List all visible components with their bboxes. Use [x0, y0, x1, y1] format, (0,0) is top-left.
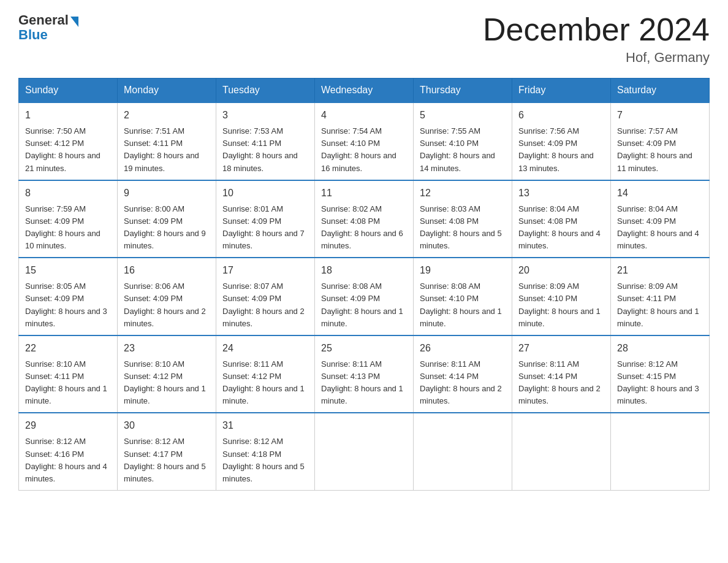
day-info: Sunrise: 8:11 AMSunset: 4:12 PMDaylight:…: [222, 358, 308, 408]
day-number: 31: [222, 418, 308, 433]
calendar-day-cell: [611, 413, 710, 490]
day-info: Sunrise: 7:56 AMSunset: 4:09 PMDaylight:…: [518, 125, 604, 175]
day-number: 2: [124, 108, 210, 123]
calendar-header-thursday: Thursday: [414, 79, 512, 103]
calendar-week-row: 22Sunrise: 8:10 AMSunset: 4:11 PMDayligh…: [19, 335, 710, 413]
location-title: Hof, Germany: [483, 50, 710, 66]
calendar-day-cell: 4Sunrise: 7:54 AMSunset: 4:10 PMDaylight…: [315, 102, 414, 180]
calendar-day-cell: 12Sunrise: 8:03 AMSunset: 4:08 PMDayligh…: [414, 180, 512, 258]
calendar-header-tuesday: Tuesday: [216, 79, 315, 103]
calendar-day-cell: 13Sunrise: 8:04 AMSunset: 4:08 PMDayligh…: [512, 180, 611, 258]
calendar-day-cell: 7Sunrise: 7:57 AMSunset: 4:09 PMDaylight…: [611, 102, 710, 180]
day-info: Sunrise: 7:50 AMSunset: 4:12 PMDaylight:…: [25, 125, 111, 175]
calendar-table: SundayMondayTuesdayWednesdayThursdayFrid…: [18, 78, 710, 491]
calendar-header-row: SundayMondayTuesdayWednesdayThursdayFrid…: [19, 79, 710, 103]
day-number: 10: [222, 186, 308, 201]
day-number: 24: [222, 341, 308, 356]
day-info: Sunrise: 7:53 AMSunset: 4:11 PMDaylight:…: [222, 125, 308, 175]
calendar-header-wednesday: Wednesday: [315, 79, 414, 103]
calendar-day-cell: 28Sunrise: 8:12 AMSunset: 4:15 PMDayligh…: [611, 335, 710, 413]
day-number: 15: [25, 263, 111, 278]
day-number: 9: [124, 186, 210, 201]
day-info: Sunrise: 8:07 AMSunset: 4:09 PMDaylight:…: [222, 280, 308, 330]
day-number: 8: [25, 186, 111, 201]
calendar-day-cell: 18Sunrise: 8:08 AMSunset: 4:09 PMDayligh…: [315, 258, 414, 335]
calendar-week-row: 1Sunrise: 7:50 AMSunset: 4:12 PMDaylight…: [19, 102, 710, 180]
calendar-header-saturday: Saturday: [611, 79, 710, 103]
calendar-day-cell: 26Sunrise: 8:11 AMSunset: 4:14 PMDayligh…: [414, 335, 512, 413]
calendar-header-sunday: Sunday: [19, 79, 118, 103]
day-number: 6: [518, 108, 604, 123]
day-info: Sunrise: 8:10 AMSunset: 4:12 PMDaylight:…: [124, 358, 210, 408]
day-number: 29: [25, 418, 111, 433]
day-number: 20: [518, 263, 604, 278]
calendar-week-row: 8Sunrise: 7:59 AMSunset: 4:09 PMDaylight…: [19, 180, 710, 258]
calendar-day-cell: 25Sunrise: 8:11 AMSunset: 4:13 PMDayligh…: [315, 335, 414, 413]
month-title: December 2024: [483, 12, 710, 47]
calendar-header-monday: Monday: [118, 79, 216, 103]
day-info: Sunrise: 8:08 AMSunset: 4:09 PMDaylight:…: [321, 280, 407, 330]
day-number: 30: [124, 418, 210, 433]
day-info: Sunrise: 8:04 AMSunset: 4:08 PMDaylight:…: [518, 203, 604, 253]
calendar-day-cell: 29Sunrise: 8:12 AMSunset: 4:16 PMDayligh…: [19, 413, 118, 490]
logo: General Blue: [18, 12, 78, 43]
calendar-day-cell: 2Sunrise: 7:51 AMSunset: 4:11 PMDaylight…: [118, 102, 216, 180]
title-area: December 2024 Hof, Germany: [483, 12, 710, 66]
calendar-day-cell: 14Sunrise: 8:04 AMSunset: 4:09 PMDayligh…: [611, 180, 710, 258]
calendar-day-cell: 5Sunrise: 7:55 AMSunset: 4:10 PMDaylight…: [414, 102, 512, 180]
day-number: 14: [617, 186, 703, 201]
logo-general-text: General: [18, 12, 69, 28]
day-number: 7: [617, 108, 703, 123]
calendar-day-cell: 11Sunrise: 8:02 AMSunset: 4:08 PMDayligh…: [315, 180, 414, 258]
day-info: Sunrise: 8:05 AMSunset: 4:09 PMDaylight:…: [25, 280, 111, 330]
day-info: Sunrise: 8:02 AMSunset: 4:08 PMDaylight:…: [321, 203, 407, 253]
day-info: Sunrise: 8:06 AMSunset: 4:09 PMDaylight:…: [124, 280, 210, 330]
day-info: Sunrise: 8:09 AMSunset: 4:11 PMDaylight:…: [617, 280, 703, 330]
day-number: 27: [518, 341, 604, 356]
calendar-day-cell: 30Sunrise: 8:12 AMSunset: 4:17 PMDayligh…: [118, 413, 216, 490]
day-number: 21: [617, 263, 703, 278]
day-number: 12: [420, 186, 506, 201]
calendar-day-cell: 16Sunrise: 8:06 AMSunset: 4:09 PMDayligh…: [118, 258, 216, 335]
day-number: 28: [617, 341, 703, 356]
calendar-day-cell: 9Sunrise: 8:00 AMSunset: 4:09 PMDaylight…: [118, 180, 216, 258]
day-number: 4: [321, 108, 407, 123]
calendar-day-cell: [512, 413, 611, 490]
calendar-header-friday: Friday: [512, 79, 611, 103]
calendar-day-cell: [414, 413, 512, 490]
calendar-day-cell: 15Sunrise: 8:05 AMSunset: 4:09 PMDayligh…: [19, 258, 118, 335]
day-info: Sunrise: 8:12 AMSunset: 4:18 PMDaylight:…: [222, 435, 308, 485]
calendar-day-cell: 23Sunrise: 8:10 AMSunset: 4:12 PMDayligh…: [118, 335, 216, 413]
day-info: Sunrise: 7:55 AMSunset: 4:10 PMDaylight:…: [420, 125, 506, 175]
day-number: 18: [321, 263, 407, 278]
calendar-day-cell: 31Sunrise: 8:12 AMSunset: 4:18 PMDayligh…: [216, 413, 315, 490]
calendar-day-cell: 8Sunrise: 7:59 AMSunset: 4:09 PMDaylight…: [19, 180, 118, 258]
calendar-day-cell: 21Sunrise: 8:09 AMSunset: 4:11 PMDayligh…: [611, 258, 710, 335]
day-info: Sunrise: 8:12 AMSunset: 4:17 PMDaylight:…: [124, 435, 210, 485]
day-number: 16: [124, 263, 210, 278]
calendar-day-cell: 20Sunrise: 8:09 AMSunset: 4:10 PMDayligh…: [512, 258, 611, 335]
logo-blue-text: Blue: [18, 27, 48, 43]
page-header: General Blue December 2024 Hof, Germany: [18, 12, 710, 66]
day-number: 22: [25, 341, 111, 356]
day-info: Sunrise: 8:11 AMSunset: 4:14 PMDaylight:…: [420, 358, 506, 408]
calendar-week-row: 15Sunrise: 8:05 AMSunset: 4:09 PMDayligh…: [19, 258, 710, 335]
day-number: 13: [518, 186, 604, 201]
day-info: Sunrise: 8:11 AMSunset: 4:14 PMDaylight:…: [518, 358, 604, 408]
calendar-week-row: 29Sunrise: 8:12 AMSunset: 4:16 PMDayligh…: [19, 413, 710, 490]
day-info: Sunrise: 8:09 AMSunset: 4:10 PMDaylight:…: [518, 280, 604, 330]
day-info: Sunrise: 8:01 AMSunset: 4:09 PMDaylight:…: [222, 203, 308, 253]
day-info: Sunrise: 8:08 AMSunset: 4:10 PMDaylight:…: [420, 280, 506, 330]
day-info: Sunrise: 8:10 AMSunset: 4:11 PMDaylight:…: [25, 358, 111, 408]
day-info: Sunrise: 7:57 AMSunset: 4:09 PMDaylight:…: [617, 125, 703, 175]
calendar-day-cell: 27Sunrise: 8:11 AMSunset: 4:14 PMDayligh…: [512, 335, 611, 413]
day-number: 26: [420, 341, 506, 356]
calendar-day-cell: 3Sunrise: 7:53 AMSunset: 4:11 PMDaylight…: [216, 102, 315, 180]
day-info: Sunrise: 8:00 AMSunset: 4:09 PMDaylight:…: [124, 203, 210, 253]
day-number: 23: [124, 341, 210, 356]
day-info: Sunrise: 7:59 AMSunset: 4:09 PMDaylight:…: [25, 203, 111, 253]
day-number: 17: [222, 263, 308, 278]
day-info: Sunrise: 8:12 AMSunset: 4:16 PMDaylight:…: [25, 435, 111, 485]
calendar-day-cell: [315, 413, 414, 490]
day-info: Sunrise: 7:51 AMSunset: 4:11 PMDaylight:…: [124, 125, 210, 175]
